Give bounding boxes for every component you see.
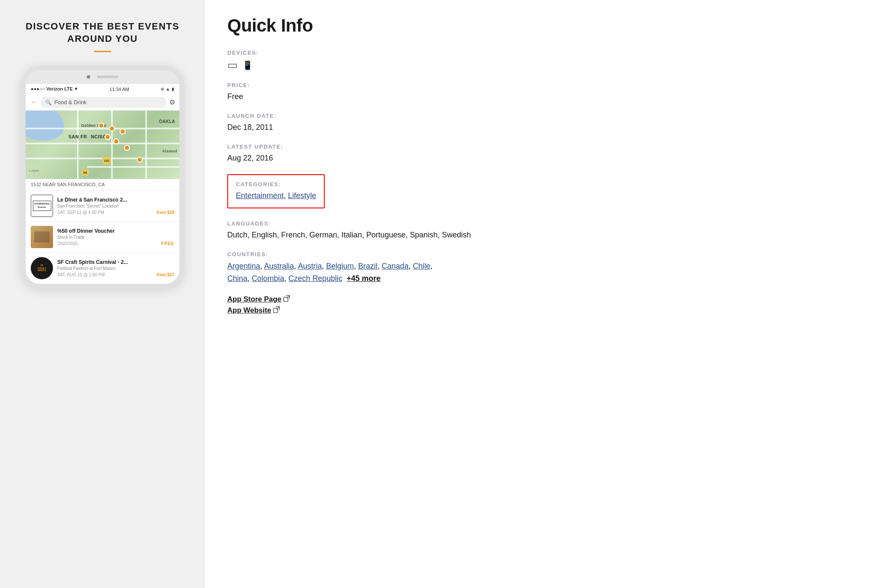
event-meta-1: SAT, SEP 12 @ 4:00 PM from $29 — [57, 210, 174, 215]
categories-label: CATEGORIES: — [236, 181, 316, 187]
event-thumb-1: HANDMADE Events — [31, 195, 53, 217]
app-website-link[interactable]: App Website — [227, 306, 280, 315]
event-thumb-2 — [31, 226, 53, 248]
map-road-v3 — [145, 111, 147, 179]
countries-value: Argentina, Australia, Austria, Belgium, … — [227, 260, 862, 285]
back-arrow-icon[interactable]: ← — [30, 98, 38, 107]
location-icon: ⊕ — [161, 87, 164, 91]
event-price-3: from $27 — [156, 272, 174, 277]
event-item-2[interactable]: %50 off Dinner Voucher Stock in Trade ON… — [26, 222, 179, 253]
hero-title: DISCOVER THE BEST EVENTS AROUND YOU — [26, 20, 179, 45]
latest-update-value: Aug 22, 2016 — [227, 152, 862, 164]
country-austria[interactable]: Austria — [298, 262, 322, 270]
phone-map: Golden Gate SAN FRANCISCO OAKLA Alamed L… — [26, 111, 179, 179]
phone-mockup: ●●●○○ Verizon LTE ✦ 11:34 AM ⊕ ▲ ▮ ← 🔍 F… — [21, 66, 184, 288]
status-time: 11:34 AM — [109, 87, 129, 92]
map-highway-35: 35 — [81, 170, 89, 176]
country-canada[interactable]: Canada — [382, 262, 408, 270]
country-czech-republic[interactable]: Czech Republic — [288, 274, 342, 283]
event-item-1[interactable]: HANDMADE Events Le Dîner à San Francisco… — [26, 190, 179, 222]
phone-event-list: HANDMADE Events Le Dîner à San Francisco… — [26, 190, 179, 284]
map-label-alameda: Alamed — [162, 149, 177, 153]
map-highway-101: 101 — [103, 157, 111, 164]
map-road-h4 — [87, 166, 179, 168]
event-info-3: SF Craft Spirits Carnival - 2... Festiva… — [57, 259, 174, 277]
phone-icon: 📱 — [242, 60, 253, 70]
event-meta-3: SAT, AUG 15 @ 1:00 PM from $27 — [57, 272, 174, 277]
map-road-v1 — [77, 111, 79, 179]
categories-box: CATEGORIES: Entertainment, Lifestyle — [227, 174, 325, 208]
map-pin-7 — [137, 157, 143, 163]
languages-label: LANGUAGES: — [227, 220, 862, 227]
section-price: PRICE: Free — [227, 82, 862, 102]
more-countries-link[interactable]: +45 more — [347, 274, 381, 283]
external-link-icon-2 — [273, 306, 280, 314]
map-pin-6 — [124, 145, 130, 151]
section-launch-date: LAUNCH DATE: Dec 18, 2011 — [227, 113, 862, 133]
phone-search-input[interactable]: 🔍 Food & Drink — [41, 97, 166, 108]
map-label-legal: Legal — [29, 169, 39, 173]
devices-label: DEVICES: — [227, 50, 862, 56]
filter-icon[interactable]: ⚙ — [169, 98, 175, 106]
phone-camera — [87, 75, 90, 79]
svg-line-1 — [287, 295, 290, 298]
map-pin-3 — [120, 129, 126, 135]
left-panel: DISCOVER THE BEST EVENTS AROUND YOU ●●●○… — [0, 0, 205, 588]
svg-line-3 — [277, 307, 279, 309]
event-venue-1: San Francisco "Secret" Location — [57, 204, 174, 208]
launch-date-label: LAUNCH DATE: — [227, 113, 862, 119]
map-water-bay — [26, 111, 64, 140]
price-value: Free — [227, 91, 862, 102]
section-latest-update: LATEST UPDATE: Aug 22, 2016 — [227, 143, 862, 164]
country-argentina[interactable]: Argentina — [227, 262, 260, 270]
external-link-icon-1 — [283, 295, 290, 303]
event-venue-3: Festival Pavilion at Fort Mason — [57, 266, 174, 271]
battery-icon: ▮ — [172, 87, 174, 91]
countries-label: COUNTRIES: — [227, 251, 862, 257]
country-australia[interactable]: Australia — [264, 262, 294, 270]
app-store-label: App Store Page — [227, 295, 282, 304]
event-title-2: %50 off Dinner Voucher — [57, 228, 174, 234]
section-countries: COUNTRIES: Argentina, Australia, Austria… — [227, 251, 862, 285]
category-lifestyle[interactable]: Lifestyle — [288, 191, 316, 200]
event-title-1: Le Dîner à San Francisco 2... — [57, 197, 174, 203]
country-brazil[interactable]: Brazil — [358, 262, 377, 270]
country-belgium[interactable]: Belgium — [326, 262, 354, 270]
location-bar: 1532 NEAR SAN FRANCISCO, CA — [26, 179, 179, 190]
country-colombia[interactable]: Colombia — [252, 274, 284, 283]
section-categories: CATEGORIES: Entertainment, Lifestyle — [227, 174, 862, 210]
devices-icons: ▭ 📱 — [227, 59, 862, 72]
event-venue-2: Stock in Trade — [57, 235, 174, 240]
map-label-oakland: OAKLA — [159, 119, 175, 124]
latest-update-label: LATEST UPDATE: — [227, 143, 862, 150]
section-languages: LANGUAGES: Dutch, English, French, Germa… — [227, 220, 862, 241]
price-label: PRICE: — [227, 82, 862, 88]
event-date-3: SAT, AUG 15 @ 1:00 PM — [57, 272, 105, 277]
right-panel: Quick Info DEVICES: ▭ 📱 PRICE: Free LAUN… — [205, 0, 884, 588]
map-pin-2 — [109, 126, 115, 132]
country-chile[interactable]: Chile — [413, 262, 430, 270]
section-devices: DEVICES: ▭ 📱 — [227, 50, 862, 72]
event-info-2: %50 off Dinner Voucher Stock in Trade ON… — [57, 228, 174, 246]
signal-icon: ▲ — [166, 87, 170, 91]
event-item-3[interactable]: SF CRAFT SPIRITS SF Craft Spirits Carniv… — [26, 253, 179, 284]
event-date-2: ONGOING — [57, 241, 78, 246]
country-china[interactable]: China — [227, 274, 247, 283]
launch-date-value: Dec 18, 2011 — [227, 122, 862, 133]
map-label-san-francisco: SAN FRANCISCO — [68, 134, 110, 139]
event-title-3: SF Craft Spirits Carnival - 2... — [57, 259, 174, 265]
status-icons: ⊕ ▲ ▮ — [161, 87, 174, 91]
search-icon: 🔍 — [45, 99, 52, 105]
event-meta-2: ONGOING FREE — [57, 241, 174, 246]
app-store-link[interactable]: App Store Page — [227, 295, 290, 304]
map-road-h2 — [26, 143, 179, 144]
event-info-1: Le Dîner à San Francisco 2... San Franci… — [57, 197, 174, 215]
category-entertainment[interactable]: Entertainment — [236, 191, 284, 200]
quick-info-title: Quick Info — [227, 15, 862, 36]
app-website-label: App Website — [227, 306, 271, 315]
section-links: App Store Page App Website — [227, 295, 862, 317]
phone-speaker — [97, 76, 118, 78]
languages-value: Dutch, English, French, German, Italian,… — [227, 229, 862, 241]
event-date-1: SAT, SEP 12 @ 4:00 PM — [57, 210, 104, 215]
phone-search-bar: ← 🔍 Food & Drink ⚙ — [26, 94, 179, 111]
